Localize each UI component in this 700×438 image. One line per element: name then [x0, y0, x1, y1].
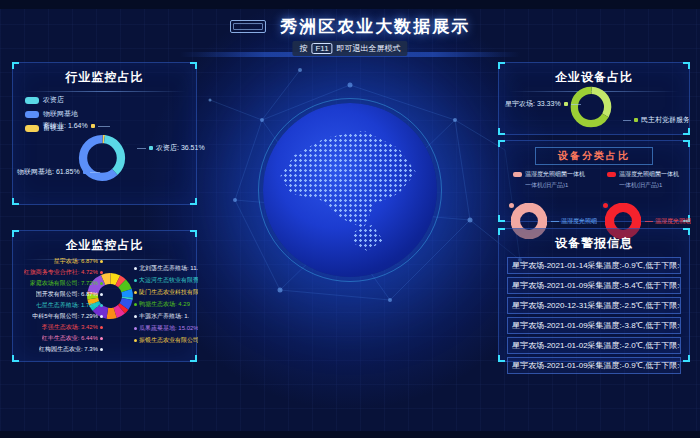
callout-line	[571, 104, 581, 105]
corner-accent	[12, 62, 19, 69]
donut-bubble	[601, 201, 610, 210]
alarm-row: 星宇农场-2021-01-09采集温度:-5.4℃,低于下限:0℃	[507, 277, 681, 294]
legend-sub-label: 一体机(旧产品)1	[525, 181, 597, 190]
enterprise-label: 瓜果蔬菜基地: 15.02%	[134, 322, 198, 334]
donut-callout: 星宇农场: 33.33%	[505, 99, 581, 109]
corner-accent	[683, 128, 690, 135]
legend-item[interactable]: 温湿度光照细菌一体机	[607, 170, 691, 179]
corner-accent	[498, 62, 505, 69]
callout-dot	[634, 118, 638, 122]
enterprise-label: 大运河生态牧业有限责任公	[134, 274, 198, 286]
legend-swatch	[25, 111, 39, 118]
legend-sub-label: 一体机(旧产品)1	[619, 181, 691, 190]
corner-accent	[683, 228, 690, 235]
label-dot	[100, 293, 103, 296]
callout-line	[137, 148, 146, 149]
hint-suffix: 即可退出全屏模式	[337, 43, 401, 54]
callout-line	[90, 172, 100, 173]
legend-swatch	[25, 125, 39, 132]
legend-label: 物联网基地	[43, 109, 78, 119]
legend-item[interactable]: 温湿度光照细菌一体机	[513, 170, 597, 179]
enterprise-label: 陡门生态农业科技有限公	[134, 286, 198, 298]
label-dot	[100, 260, 103, 263]
callout-dot	[83, 170, 87, 174]
label-dot	[100, 271, 103, 274]
label-dot	[100, 315, 103, 318]
globe-orbit-ring	[258, 98, 442, 282]
legend-item[interactable]: 农资店	[25, 95, 78, 105]
panel-title: 企业设备占比	[499, 69, 689, 86]
enterprise-label: 红旗商务专业合作社: 4.72%	[15, 267, 103, 278]
divider	[23, 91, 186, 92]
enterprise-labels-right: 北刘荡生态养殖场: 11.16% 大运河生态牧业有限责任公 陡门生态农业科技有限…	[134, 262, 198, 346]
bottom-bar	[0, 431, 700, 438]
alarm-row: 星宇农场-2021-01-02采集温度:-2.0℃,低于下限:0℃	[507, 337, 681, 354]
donut-callout: 畜牧业: 1.64%	[43, 121, 110, 131]
legend-swatch	[25, 97, 39, 104]
label-dot	[100, 304, 103, 307]
callout-line	[645, 221, 653, 222]
legend-item[interactable]: 物联网基地	[25, 109, 78, 119]
legend-label: 温湿度光照细菌一体机	[525, 170, 585, 179]
corner-accent	[190, 230, 197, 237]
callout-dot	[91, 124, 95, 128]
legend-label: 温湿度光照细菌一体机	[619, 170, 679, 179]
panel-title: 企业监控占比	[13, 237, 196, 254]
panel-title: 行业监控占比	[13, 69, 196, 86]
panel-device-classification: 设备分类占比 温湿度光照细菌一体机 一体机(旧产品)1 温湿度光照细菌一	[498, 140, 690, 222]
legend-swatch	[513, 172, 522, 177]
label-dot	[100, 326, 103, 329]
label-dot	[100, 337, 103, 340]
label-dot	[134, 279, 137, 282]
enterprise-label: 中科5年有限公司: 7.29%	[15, 311, 103, 322]
legend-swatch	[607, 172, 616, 177]
donut-callout: 物联网基地: 61.85%	[17, 167, 100, 177]
donut-callout: 农资店: 36.51%	[137, 143, 205, 153]
hint-prefix: 按	[299, 43, 307, 54]
donut-bubble	[507, 201, 516, 210]
alarm-row: 星宇农场-2021-01-14采集温度:-0.9℃,低于下限:0℃	[507, 257, 681, 274]
enterprise-label: 七星生态养殖场: 1.72%	[15, 300, 103, 311]
corner-accent	[683, 62, 690, 69]
corner-accent	[683, 140, 690, 147]
donut-callout: 温湿度光照细菌一	[551, 217, 597, 226]
corner-accent	[190, 62, 197, 69]
device-class-group: 温湿度光照细菌一体机 一体机(旧产品)1 温湿度光照细菌一	[595, 167, 691, 221]
corner-accent	[683, 355, 690, 362]
device-class-group: 温湿度光照细菌一体机 一体机(旧产品)1 温湿度光照细菌一	[501, 167, 597, 221]
f11-key-badge: F11	[311, 43, 332, 54]
page-title: 秀洲区农业大数据展示	[280, 15, 470, 38]
enterprise-label: 丰源水产养殖场: 1.	[134, 310, 198, 322]
label-dot	[134, 267, 137, 270]
enterprise-label: 鸭塘生态农场: 4.29	[134, 298, 198, 310]
legend-label: 农资店	[43, 95, 64, 105]
fullscreen-hint: 按 F11 即可退出全屏模式	[292, 41, 407, 56]
label-dot	[134, 291, 137, 294]
header: 秀洲区农业大数据展示	[0, 15, 700, 38]
enterprise-label: 红丰生态农业: 6.44%	[15, 333, 103, 344]
enterprise-label: 国开发有限公司: 6.87%	[15, 289, 103, 300]
callout-line	[623, 120, 631, 121]
donut-callout: 民主村党群服务中心:	[623, 115, 689, 125]
label-dot	[134, 339, 137, 342]
corner-accent	[190, 198, 197, 205]
enterprise-label: 家庭农场有限公司: 7.72%	[15, 278, 103, 289]
enterprise-label: 北刘荡生态养殖场: 11.16%	[134, 262, 198, 274]
corner-accent	[498, 128, 505, 135]
enterprise-label: 星宇农场: 6.87%	[15, 256, 103, 267]
alarm-list: 星宇农场-2021-01-14采集温度:-0.9℃,低于下限:0℃ 星宇农场-2…	[499, 257, 689, 374]
label-dot	[134, 315, 137, 318]
label-dot	[134, 303, 137, 306]
corner-accent	[498, 355, 505, 362]
brand-logo	[230, 20, 266, 33]
label-dot	[100, 348, 103, 351]
enterprise-label: 振银生态农业有限公司: 6.87%	[134, 334, 198, 346]
label-dot	[134, 327, 137, 330]
corner-accent	[12, 230, 19, 237]
enterprise-labels-left: 星宇农场: 6.87% 红旗商务专业合作社: 4.72% 家庭农场有限公司: 7…	[15, 256, 103, 355]
panel-title: 设备警报信息	[499, 235, 689, 252]
alarm-row: 星宇农场-2021-01-09采集温度:-3.8℃,低于下限:0℃	[507, 317, 681, 334]
corner-accent	[12, 198, 19, 205]
enterprise-label: 红梅园生态农业: 7.3%	[15, 344, 103, 355]
panel-equipment-ratio: 企业设备占比 星宇农场: 33.33% 民主村党群服务中心:	[498, 62, 690, 135]
